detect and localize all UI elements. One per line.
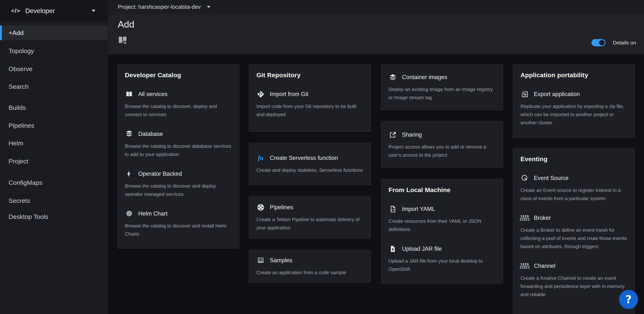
sidebar-item-observe[interactable]: Observe — [0, 61, 108, 76]
toggle-knob — [599, 40, 604, 45]
list-item: Export application Replicate your applic… — [520, 90, 628, 127]
helm-chart-link[interactable]: Helm Chart — [138, 210, 168, 217]
card-title: From Local Machine — [388, 186, 496, 194]
list-item: Import YAML Create resources from their … — [388, 205, 496, 233]
item-description: Browse the catalog to discover and deplo… — [125, 182, 232, 198]
helm-icon: ☸ — [125, 209, 134, 218]
import-from-git-link[interactable]: Import from Git — [270, 91, 308, 97]
list-item: fn Create Serverless function Create and… — [256, 154, 363, 174]
list-item: Samples Create an application from a cod… — [256, 256, 363, 277]
all-services-link[interactable]: All services — [138, 91, 168, 97]
list-item: IOIOIIOII Channel Create a Knative Chann… — [520, 262, 628, 299]
item-description: Create a Knative Channel to create an ev… — [520, 274, 628, 299]
sidebar-item-add[interactable]: +Add — [0, 25, 108, 40]
database-icon — [125, 130, 134, 138]
samples-link[interactable]: Samples — [270, 257, 292, 264]
sidebar-item-label: Helm — [8, 140, 23, 147]
channel-binary-icon: IOIOIIOII — [520, 262, 529, 270]
sidebar-divider — [0, 97, 108, 97]
import-yaml-link[interactable]: Import YAML — [402, 206, 435, 212]
broker-link[interactable]: Broker — [534, 215, 551, 221]
item-description: Replicate your application by exporting … — [520, 102, 628, 127]
broker-binary-icon: IOIOIIOII — [520, 214, 529, 222]
project-selector[interactable]: Project: harshcasper-localsta-dev — [118, 4, 210, 10]
item-description: Create an Event source to register inter… — [520, 186, 628, 203]
sidebar-item-configmaps[interactable]: ConfigMaps — [0, 175, 108, 190]
upload-jar-file-link[interactable]: Upload JAR file — [402, 246, 442, 252]
bolt-icon — [125, 170, 134, 178]
card-sharing: Sharing Project access allows you to add… — [381, 121, 503, 168]
sidebar-item-helm[interactable]: Helm — [0, 136, 108, 151]
sidebar-item-label: +Add — [8, 29, 24, 36]
container-images-link[interactable]: Container images — [402, 74, 447, 81]
event-source-icon — [520, 174, 529, 182]
sidebar-item-topology[interactable]: Topology — [0, 43, 108, 58]
list-item: IOIOIIOII Broker Create a Broker to defi… — [520, 214, 628, 251]
details-toggle[interactable] — [592, 39, 606, 46]
card-container-images: Container images Deploy an existing Imag… — [381, 64, 503, 111]
card-git-repository: Git Repository Import from Git Import co… — [248, 64, 371, 132]
list-item: Database Browse the catalog to discover … — [125, 130, 232, 158]
pipelines-link[interactable]: Pipelines — [270, 204, 293, 211]
share-icon — [388, 130, 397, 139]
page-title: Add — [118, 19, 134, 30]
card-eventing: Eventing Event Source Create an Event so… — [513, 148, 635, 314]
quickstart-book-plus-icon[interactable] — [118, 35, 128, 45]
sidebar-item-project[interactable]: Project — [0, 154, 108, 169]
export-icon — [520, 90, 529, 98]
card-application-portability: Application portability Export applicati… — [513, 64, 635, 138]
list-item: Container images Deploy an existing Imag… — [388, 73, 496, 102]
sidebar-item-pipelines[interactable]: Pipelines — [0, 118, 108, 133]
perspective-label: Developer — [25, 7, 55, 14]
details-toggle-wrap: Details on — [592, 39, 636, 46]
sidebar-item-secrets[interactable]: Secrets — [0, 193, 108, 208]
operator-backed-link[interactable]: Operator Backed — [138, 171, 182, 177]
item-description: Project access allows you to add or remo… — [388, 143, 496, 159]
item-description: Create an application from a code sample — [256, 268, 363, 277]
sidebar-item-label: Pipelines — [8, 122, 34, 129]
list-item: Sharing Project access allows you to add… — [388, 130, 496, 159]
serverless-fn-icon: fn — [256, 154, 265, 162]
item-description: Create a Broker to define an event mesh … — [520, 226, 628, 251]
sidebar-item-builds[interactable]: Builds — [0, 100, 108, 115]
sidebar-item-desktop-tools[interactable]: Desktop Tools — [0, 209, 108, 224]
sidebar-divider — [0, 172, 108, 172]
add-page-content: Developer Catalog All services Browse th… — [108, 54, 644, 314]
yaml-file-icon — [388, 205, 397, 213]
sidebar-item-label: Topology — [8, 47, 34, 54]
card-title: Developer Catalog — [125, 71, 232, 79]
sidebar-item-search[interactable]: Search — [0, 79, 108, 94]
channel-link[interactable]: Channel — [534, 263, 555, 269]
export-application-link[interactable]: Export application — [534, 91, 580, 97]
page-header: Add Details on — [108, 14, 644, 54]
card-samples: Samples Create an application from a cod… — [248, 249, 371, 283]
list-item: Operator Backed Browse the catalog to di… — [125, 170, 232, 198]
chevron-down-icon — [92, 10, 96, 12]
sidebar-item-label: Observe — [8, 65, 32, 73]
list-item: Upload JAR file Upload a JAR file from y… — [388, 245, 496, 273]
sharing-link[interactable]: Sharing — [402, 131, 422, 138]
list-item: ☸ Helm Chart Browse the catalog to disco… — [125, 209, 232, 238]
help-button[interactable]: ? — [619, 290, 638, 309]
list-item: Event Source Create an Event source to r… — [520, 174, 628, 203]
sidebar-item-label: Project — [8, 158, 28, 165]
layers-icon — [388, 73, 397, 81]
sidebar: </> Developer +Add Topology Observe Sear… — [0, 0, 108, 314]
event-source-link[interactable]: Event Source — [534, 175, 568, 181]
project-selector-label: Project: harshcasper-localsta-dev — [118, 4, 201, 10]
item-description: Create resources from their YAML or JSON… — [388, 217, 496, 233]
item-description: Create a Tekton Pipeline to automate del… — [256, 215, 363, 232]
book-icon — [125, 90, 134, 98]
item-description: Browse the catalog to discover, deploy a… — [125, 102, 232, 119]
create-serverless-function-link[interactable]: Create Serverless function — [270, 155, 338, 161]
chevron-down-icon — [207, 6, 210, 8]
pipeline-icon — [256, 203, 265, 212]
card-from-local-machine: From Local Machine Import YAML Create re… — [381, 179, 503, 284]
sidebar-item-label: Builds — [8, 104, 26, 111]
database-link[interactable]: Database — [138, 131, 163, 137]
item-description: Browse the catalog to discover and insta… — [125, 222, 232, 238]
item-description: Upload a JAR file from your local deskto… — [388, 257, 496, 273]
perspective-switcher[interactable]: </> Developer — [0, 0, 108, 22]
item-description: Browse the catalog to discover database … — [125, 142, 232, 158]
list-item: Import from Git Import code from your Gi… — [256, 90, 363, 119]
